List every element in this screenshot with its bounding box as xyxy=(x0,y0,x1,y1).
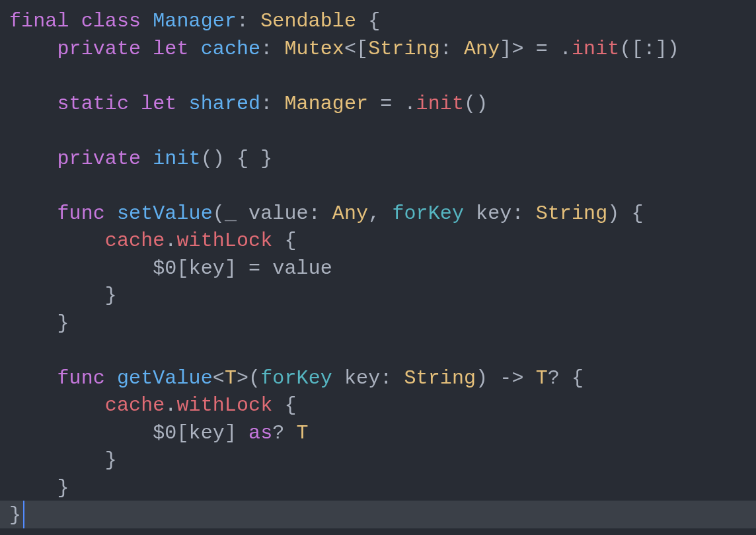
paren-close: ) xyxy=(607,202,619,225)
paren-open: ( xyxy=(201,147,213,170)
ref-key: key xyxy=(189,422,225,444)
keyword-as: as xyxy=(248,422,272,444)
colon: : xyxy=(237,10,248,32)
type-any: Any xyxy=(464,38,500,60)
label-forkey: forKey xyxy=(392,202,464,225)
comma: , xyxy=(368,202,380,225)
type-t: T xyxy=(225,367,237,390)
bracket-close: ] xyxy=(225,422,237,444)
colon: : xyxy=(511,202,523,225)
paren-close: ) xyxy=(213,147,225,170)
type-manager: Manager xyxy=(284,93,368,115)
angle-open: < xyxy=(213,367,225,390)
question: ? xyxy=(548,367,560,390)
code-line: } xyxy=(9,284,117,307)
type-string: String xyxy=(368,38,440,60)
code-line: cache.withLock { xyxy=(9,394,297,417)
code-line: func setValue(_ value: Any, forKey key: … xyxy=(9,202,644,225)
type-t: T xyxy=(297,422,309,444)
code-line: $0[key] as? T xyxy=(9,422,309,444)
paren-open: ( xyxy=(619,38,631,60)
colon: : xyxy=(260,93,272,115)
decl-setvalue: setValue xyxy=(117,202,213,225)
method-withlock: withLock xyxy=(176,229,272,252)
paren-open: ( xyxy=(464,93,476,115)
dot: . xyxy=(404,93,416,115)
code-line: $0[key] = value xyxy=(9,257,332,280)
type-mutex: Mutex xyxy=(284,38,344,60)
dot: . xyxy=(165,394,176,417)
type-decl-manager: Manager xyxy=(153,10,237,32)
keyword-static: static xyxy=(57,93,129,115)
text-cursor xyxy=(23,501,24,528)
equals: = xyxy=(380,93,392,115)
bracket-open: [ xyxy=(356,38,368,60)
param-key: key xyxy=(344,367,380,390)
code-line: } xyxy=(9,504,21,526)
ref-key: key xyxy=(189,257,225,280)
underscore: _ xyxy=(225,202,237,225)
decl-getvalue: getValue xyxy=(117,367,213,390)
bracket-close: ] xyxy=(656,38,667,60)
decl-cache: cache xyxy=(201,38,261,60)
colon: : xyxy=(380,367,392,390)
decl-init: init xyxy=(153,147,200,170)
bracket-open: [ xyxy=(176,422,188,444)
code-line: } xyxy=(9,477,69,499)
code-line: static let shared: Manager = .init() xyxy=(9,93,488,115)
type-t: T xyxy=(536,367,548,390)
type-string: String xyxy=(404,367,476,390)
keyword-let: let xyxy=(153,38,188,60)
keyword-private: private xyxy=(57,38,141,60)
equals: = xyxy=(248,257,260,280)
dot: . xyxy=(165,229,176,252)
dollar0: $0 xyxy=(153,422,176,444)
method-withlock: withLock xyxy=(176,394,272,417)
bracket-open: [ xyxy=(632,38,644,60)
equals: = xyxy=(536,38,548,60)
type-string: String xyxy=(536,202,608,225)
code-line: final class Manager: Sendable { xyxy=(9,10,380,32)
colon: : xyxy=(440,38,452,60)
paren-close: ) xyxy=(476,93,488,115)
angle-close: > xyxy=(237,367,248,390)
paren-open: ( xyxy=(248,367,260,390)
brace-close: } xyxy=(9,504,21,526)
dot: . xyxy=(560,38,572,60)
paren-open: ( xyxy=(213,202,225,225)
type-sendable: Sendable xyxy=(260,10,356,32)
bracket-close: ] xyxy=(500,38,511,60)
brace-close: } xyxy=(57,312,69,335)
brace-open: { xyxy=(631,202,643,225)
keyword-let: let xyxy=(141,93,176,115)
brace-close: } xyxy=(57,477,69,499)
brace-open: { xyxy=(368,10,380,32)
ref-value: value xyxy=(272,257,332,280)
colon: : xyxy=(309,202,321,225)
label-forkey: forKey xyxy=(260,367,332,390)
angle-open: < xyxy=(344,38,356,60)
brace-close: } xyxy=(260,147,272,170)
call-init: init xyxy=(416,93,464,115)
brace-open: { xyxy=(284,394,296,417)
keyword-func: func xyxy=(57,367,104,390)
brace-open: { xyxy=(572,367,584,390)
keyword-class: class xyxy=(81,10,141,32)
code-line: private init() { } xyxy=(9,147,272,170)
paren-close: ) xyxy=(667,38,679,60)
arrow: -> xyxy=(500,367,523,390)
code-line: } xyxy=(9,312,69,335)
dollar0: $0 xyxy=(153,257,176,280)
colon: : xyxy=(260,38,272,60)
type-any: Any xyxy=(332,202,368,225)
code-line: func getValue<T>(forKey key: String) -> … xyxy=(9,367,584,390)
param-key: key xyxy=(476,202,511,225)
ref-cache: cache xyxy=(105,394,165,417)
code-block: final class Manager: Sendable { private … xyxy=(0,0,756,530)
brace-open: { xyxy=(284,229,296,252)
param-value: value xyxy=(248,202,309,225)
keyword-func: func xyxy=(57,202,104,225)
keyword-final: final xyxy=(9,10,69,32)
decl-shared: shared xyxy=(189,93,261,115)
brace-open: { xyxy=(237,147,248,170)
